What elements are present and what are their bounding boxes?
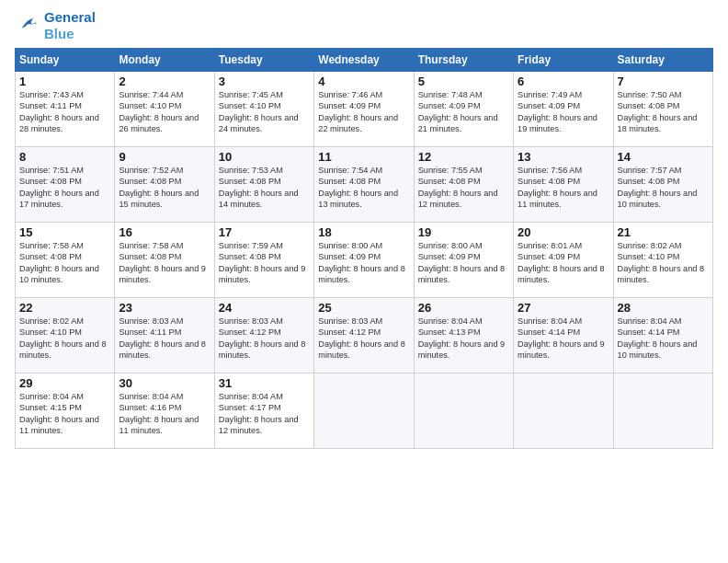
calendar-cell: 29 Sunrise: 8:04 AMSunset: 4:15 PMDaylig…: [16, 373, 115, 449]
header-thursday: Thursday: [414, 49, 513, 72]
cell-info: Sunrise: 8:04 AMSunset: 4:17 PMDaylight:…: [219, 392, 299, 435]
calendar-cell: 8 Sunrise: 7:51 AMSunset: 4:08 PMDayligh…: [16, 147, 115, 223]
header-sunday: Sunday: [16, 49, 115, 72]
calendar-cell: 5 Sunrise: 7:48 AMSunset: 4:09 PMDayligh…: [414, 72, 513, 147]
cell-info: Sunrise: 8:04 AMSunset: 4:15 PMDaylight:…: [19, 392, 99, 435]
calendar-cell: 2 Sunrise: 7:44 AMSunset: 4:10 PMDayligh…: [115, 72, 214, 147]
day-number: 13: [518, 150, 609, 164]
page-header: GeneralBlue: [15, 9, 713, 42]
calendar-cell: 10 Sunrise: 7:53 AMSunset: 4:08 PMDaylig…: [214, 147, 313, 223]
week-row-5: 29 Sunrise: 8:04 AMSunset: 4:15 PMDaylig…: [16, 373, 713, 449]
day-number: 28: [618, 301, 709, 315]
cell-info: Sunrise: 7:56 AMSunset: 4:08 PMDaylight:…: [518, 166, 597, 209]
day-number: 9: [119, 150, 210, 164]
cell-info: Sunrise: 7:45 AMSunset: 4:10 PMDaylight:…: [219, 90, 299, 133]
calendar-cell: 17 Sunrise: 7:59 AMSunset: 4:08 PMDaylig…: [214, 223, 313, 298]
calendar-cell: [613, 373, 712, 449]
week-row-3: 15 Sunrise: 7:58 AMSunset: 4:08 PMDaylig…: [16, 223, 713, 298]
cell-info: Sunrise: 8:03 AMSunset: 4:12 PMDaylight:…: [318, 316, 405, 360]
day-number: 8: [19, 150, 110, 164]
cell-info: Sunrise: 8:04 AMSunset: 4:14 PMDaylight:…: [618, 316, 698, 360]
day-number: 7: [618, 75, 709, 88]
calendar-cell: 3 Sunrise: 7:45 AMSunset: 4:10 PMDayligh…: [214, 72, 313, 147]
cell-info: Sunrise: 7:51 AMSunset: 4:08 PMDaylight:…: [19, 166, 99, 209]
cell-info: Sunrise: 7:54 AMSunset: 4:08 PMDaylight:…: [318, 166, 398, 209]
cell-info: Sunrise: 7:58 AMSunset: 4:08 PMDaylight:…: [119, 241, 206, 284]
calendar-cell: 28 Sunrise: 8:04 AMSunset: 4:14 PMDaylig…: [613, 298, 712, 373]
logo: GeneralBlue: [15, 9, 96, 42]
calendar-cell: 30 Sunrise: 8:04 AMSunset: 4:16 PMDaylig…: [115, 373, 214, 449]
cell-info: Sunrise: 8:02 AMSunset: 4:10 PMDaylight:…: [618, 241, 705, 284]
day-number: 22: [19, 301, 110, 315]
cell-info: Sunrise: 7:43 AMSunset: 4:11 PMDaylight:…: [19, 90, 99, 133]
day-number: 11: [318, 150, 409, 164]
calendar-cell: 19 Sunrise: 8:00 AMSunset: 4:09 PMDaylig…: [414, 223, 513, 298]
cell-info: Sunrise: 7:49 AMSunset: 4:09 PMDaylight:…: [518, 90, 597, 133]
week-row-4: 22 Sunrise: 8:02 AMSunset: 4:10 PMDaylig…: [16, 298, 713, 373]
cell-info: Sunrise: 8:04 AMSunset: 4:16 PMDaylight:…: [119, 392, 199, 435]
cell-info: Sunrise: 8:00 AMSunset: 4:09 PMDaylight:…: [418, 241, 506, 284]
header-wednesday: Wednesday: [314, 49, 414, 72]
cell-info: Sunrise: 7:59 AMSunset: 4:08 PMDaylight:…: [219, 241, 306, 284]
cell-info: Sunrise: 8:01 AMSunset: 4:09 PMDaylight:…: [518, 241, 605, 284]
calendar-cell: 16 Sunrise: 7:58 AMSunset: 4:08 PMDaylig…: [115, 223, 214, 298]
day-number: 29: [19, 376, 110, 390]
day-number: 4: [318, 75, 409, 88]
day-number: 14: [618, 150, 709, 164]
calendar-cell: 13 Sunrise: 7:56 AMSunset: 4:08 PMDaylig…: [514, 147, 613, 223]
day-number: 23: [119, 301, 210, 315]
calendar-cell: 6 Sunrise: 7:49 AMSunset: 4:09 PMDayligh…: [514, 72, 613, 147]
cell-info: Sunrise: 7:57 AMSunset: 4:08 PMDaylight:…: [618, 166, 698, 209]
day-number: 20: [518, 225, 609, 239]
day-number: 15: [19, 225, 110, 239]
calendar-cell: [314, 373, 414, 449]
calendar-cell: 23 Sunrise: 8:03 AMSunset: 4:11 PMDaylig…: [115, 298, 214, 373]
day-number: 26: [418, 301, 509, 315]
day-number: 10: [219, 150, 310, 164]
day-number: 31: [219, 376, 310, 390]
calendar-cell: 27 Sunrise: 8:04 AMSunset: 4:14 PMDaylig…: [514, 298, 613, 373]
cell-info: Sunrise: 7:53 AMSunset: 4:08 PMDaylight:…: [219, 166, 299, 209]
header-saturday: Saturday: [613, 49, 712, 72]
cell-info: Sunrise: 8:03 AMSunset: 4:11 PMDaylight:…: [119, 316, 206, 360]
calendar-cell: [514, 373, 613, 449]
calendar-cell: 15 Sunrise: 7:58 AMSunset: 4:08 PMDaylig…: [16, 223, 115, 298]
cell-info: Sunrise: 7:46 AMSunset: 4:09 PMDaylight:…: [318, 90, 398, 133]
week-row-1: 1 Sunrise: 7:43 AMSunset: 4:11 PMDayligh…: [16, 72, 713, 147]
header-monday: Monday: [115, 49, 214, 72]
calendar-cell: 18 Sunrise: 8:00 AMSunset: 4:09 PMDaylig…: [314, 223, 414, 298]
calendar-cell: 25 Sunrise: 8:03 AMSunset: 4:12 PMDaylig…: [314, 298, 414, 373]
day-number: 3: [219, 75, 310, 88]
day-number: 21: [618, 225, 709, 239]
logo-text: GeneralBlue: [44, 9, 96, 42]
calendar-cell: 12 Sunrise: 7:55 AMSunset: 4:08 PMDaylig…: [414, 147, 513, 223]
day-number: 24: [219, 301, 310, 315]
header-friday: Friday: [514, 49, 613, 72]
day-number: 2: [119, 75, 210, 88]
calendar-cell: 24 Sunrise: 8:03 AMSunset: 4:12 PMDaylig…: [214, 298, 313, 373]
day-number: 25: [318, 301, 409, 315]
day-number: 17: [219, 225, 310, 239]
cell-info: Sunrise: 8:00 AMSunset: 4:09 PMDaylight:…: [318, 241, 405, 284]
calendar-cell: 22 Sunrise: 8:02 AMSunset: 4:10 PMDaylig…: [16, 298, 115, 373]
cell-info: Sunrise: 7:52 AMSunset: 4:08 PMDaylight:…: [119, 166, 199, 209]
calendar-cell: 9 Sunrise: 7:52 AMSunset: 4:08 PMDayligh…: [115, 147, 214, 223]
cell-info: Sunrise: 8:03 AMSunset: 4:12 PMDaylight:…: [219, 316, 306, 360]
cell-info: Sunrise: 8:02 AMSunset: 4:10 PMDaylight:…: [19, 316, 107, 360]
day-number: 27: [518, 301, 609, 315]
day-number: 12: [418, 150, 509, 164]
day-number: 30: [119, 376, 210, 390]
cell-info: Sunrise: 7:55 AMSunset: 4:08 PMDaylight:…: [418, 166, 498, 209]
week-row-2: 8 Sunrise: 7:51 AMSunset: 4:08 PMDayligh…: [16, 147, 713, 223]
calendar-table: SundayMondayTuesdayWednesdayThursdayFrid…: [15, 48, 713, 449]
cell-info: Sunrise: 7:44 AMSunset: 4:10 PMDaylight:…: [119, 90, 199, 133]
day-number: 16: [119, 225, 210, 239]
calendar-cell: 4 Sunrise: 7:46 AMSunset: 4:09 PMDayligh…: [314, 72, 414, 147]
day-number: 19: [418, 225, 509, 239]
day-number: 1: [19, 75, 110, 88]
header-row: SundayMondayTuesdayWednesdayThursdayFrid…: [16, 49, 713, 72]
calendar-cell: 14 Sunrise: 7:57 AMSunset: 4:08 PMDaylig…: [613, 147, 712, 223]
day-number: 6: [518, 75, 609, 88]
logo-icon: [15, 13, 40, 39]
calendar-cell: 31 Sunrise: 8:04 AMSunset: 4:17 PMDaylig…: [214, 373, 313, 449]
